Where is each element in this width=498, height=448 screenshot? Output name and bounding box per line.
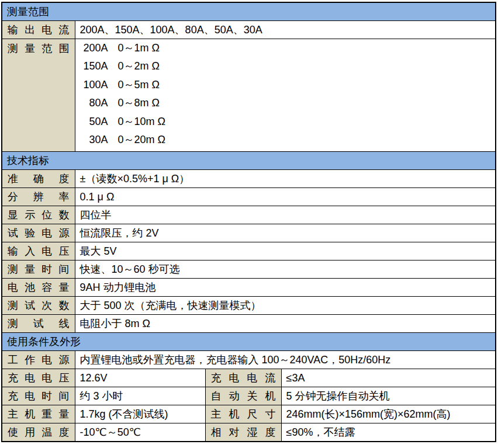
- row-label: 分 辨 率: [2, 188, 75, 206]
- row-value: ≤3A: [281, 369, 496, 387]
- table-row: 电池容量 9AH 动力锂电池: [2, 279, 496, 297]
- range-value: 0～10m Ω: [118, 113, 165, 131]
- row-value: ±（读数×0.5%+1 μ Ω）: [75, 170, 496, 188]
- row-label: 输入电压: [2, 242, 75, 261]
- row-value: 内置锂电池或外置充电器，充电器输入 100～240VAC，50Hz/60Hz: [75, 351, 496, 369]
- range-value: 0～20m Ω: [118, 131, 165, 149]
- range-current: 80A: [80, 94, 108, 112]
- range-line: 200A 0～1m Ω: [80, 39, 496, 57]
- row-value: ≤90%，不结露: [281, 423, 496, 442]
- row-label: 测 试 线: [2, 315, 75, 333]
- row-value: 快速、10～60 秒可选: [75, 261, 496, 279]
- table-row: 技术指标: [2, 152, 496, 170]
- row-value: 0.1 μ Ω: [75, 188, 496, 206]
- range-line: 30A 0～20m Ω: [80, 131, 496, 149]
- row-value: 大于 500 次（充满电，快速测量模式）: [75, 297, 496, 315]
- row-label: 主机尺寸: [205, 405, 281, 423]
- row-value: 四位半: [75, 206, 496, 224]
- row-label: 显示位数: [2, 206, 75, 224]
- row-label: 测量时间: [2, 261, 75, 279]
- row-value: 最大 5V: [75, 242, 496, 261]
- table-row: 充电时间 约 3 小时 自动关机 5 分钟无操作自动关机: [2, 387, 496, 405]
- row-label: 工作电源: [2, 351, 75, 369]
- row-label: 充电电流: [205, 369, 281, 387]
- range-current: 30A: [80, 131, 108, 149]
- range-value: 0～8m Ω: [118, 94, 160, 112]
- table-row: 主机重量 1.7kg (不含测试线) 主机尺寸 246mm(长)×156mm(宽…: [2, 405, 496, 423]
- table-row: 测量范围 200A 0～1m Ω 150A 0～2m Ω 100A 0～5m Ω…: [2, 39, 496, 152]
- section-header-measurement: 测量范围: [2, 2, 496, 21]
- row-value: -10℃～50℃: [75, 423, 205, 442]
- table-row: 充电电压 12.6V 充电电流 ≤3A: [2, 369, 496, 387]
- row-value: 1.7kg (不含测试线): [75, 405, 205, 423]
- row-value: 电阻小于 8m Ω: [75, 315, 496, 333]
- row-label: 输出电流: [2, 21, 75, 39]
- row-label: 测试次数: [2, 297, 75, 315]
- row-value: 200A、150A、100A、80A、50A、30A: [75, 21, 496, 39]
- section-header-specs: 技术指标: [2, 152, 496, 170]
- row-label: 试验电源: [2, 224, 75, 242]
- row-value: 5 分钟无操作自动关机: [281, 387, 496, 405]
- row-value: 246mm(长)×156mm(宽)×62mm(高): [281, 405, 496, 423]
- table-row: 测 试 线 电阻小于 8m Ω: [2, 315, 496, 333]
- range-line: 150A 0～2m Ω: [80, 57, 496, 75]
- table-row: 使用条件及外形: [2, 333, 496, 351]
- table-row: 输出电流 200A、150A、100A、80A、50A、30A: [2, 21, 496, 39]
- row-label: 充电时间: [2, 387, 75, 405]
- row-label: 准 确 度: [2, 170, 75, 188]
- row-value-range-list: 200A 0～1m Ω 150A 0～2m Ω 100A 0～5m Ω 80A …: [75, 39, 496, 152]
- range-current: 150A: [80, 57, 108, 75]
- range-value: 0～5m Ω: [118, 76, 160, 94]
- row-label: 电池容量: [2, 279, 75, 297]
- row-label: 充电电压: [2, 369, 75, 387]
- range-line: 100A 0～5m Ω: [80, 76, 496, 94]
- table-row: 输入电压 最大 5V: [2, 242, 496, 261]
- range-current: 50A: [80, 113, 108, 131]
- table-row: 试验电源 恒流限压，约 2V: [2, 224, 496, 242]
- row-value: 9AH 动力锂电池: [75, 279, 496, 297]
- range-value: 0～1m Ω: [118, 39, 160, 57]
- row-value: 约 3 小时: [75, 387, 205, 405]
- row-label: 测量范围: [2, 39, 75, 152]
- row-value: 12.6V: [75, 369, 205, 387]
- range-current: 200A: [80, 39, 108, 57]
- spec-table: 测量范围 输出电流 200A、150A、100A、80A、50A、30A 测量范…: [1, 2, 496, 442]
- row-label: 主机重量: [2, 405, 75, 423]
- range-current: 100A: [80, 76, 108, 94]
- table-row: 显示位数 四位半: [2, 206, 496, 224]
- row-label: 相对湿度: [205, 423, 281, 442]
- table-row: 测量时间 快速、10～60 秒可选: [2, 261, 496, 279]
- range-line: 50A 0～10m Ω: [80, 113, 496, 131]
- table-row: 分 辨 率 0.1 μ Ω: [2, 188, 496, 206]
- table-row: 测量范围: [2, 2, 496, 21]
- row-label: 自动关机: [205, 387, 281, 405]
- row-label: 使用温度: [2, 423, 75, 442]
- table-row: 工作电源 内置锂电池或外置充电器，充电器输入 100～240VAC，50Hz/6…: [2, 351, 496, 369]
- section-header-usage: 使用条件及外形: [2, 333, 496, 351]
- row-value: 恒流限压，约 2V: [75, 224, 496, 242]
- range-value: 0～2m Ω: [118, 57, 160, 75]
- range-line: 80A 0～8m Ω: [80, 94, 496, 112]
- table-row: 准 确 度 ±（读数×0.5%+1 μ Ω）: [2, 170, 496, 188]
- table-row: 测试次数 大于 500 次（充满电，快速测量模式）: [2, 297, 496, 315]
- table-row: 使用温度 -10℃～50℃ 相对湿度 ≤90%，不结露: [2, 423, 496, 442]
